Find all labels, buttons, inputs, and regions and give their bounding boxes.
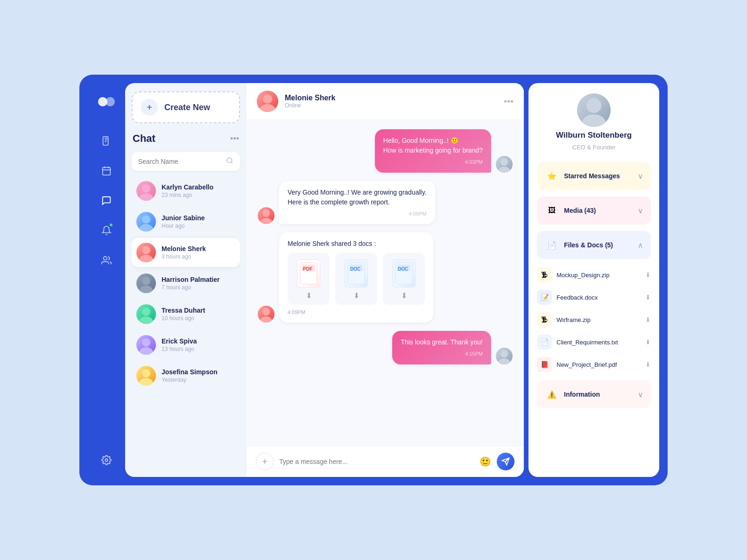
bubble-text-1: Hello, Good Morning..! 🙂 How is marketin… (383, 136, 483, 155)
search-input[interactable] (138, 158, 222, 165)
profile-avatar (577, 93, 611, 127)
message-text-input[interactable] (279, 458, 474, 465)
chat-info-karlyn: Karlyn Carabello 23 mins ago (162, 183, 235, 198)
chat-topbar-avatar (257, 91, 278, 112)
msg-avatar-sent-2 (496, 348, 513, 364)
chat-info-erick: Erick Spiva 13 hours ago (162, 337, 235, 352)
chat-name-karlyn: Karlyn Carabello (162, 183, 235, 191)
svg-point-11 (142, 246, 150, 254)
right-panel: Wilburn Stoltenberg CEO & Founder ⭐ Star… (529, 83, 659, 477)
notification-nav-icon[interactable] (98, 222, 115, 239)
file-row-1: 📝 Feedback.docx ⬇ (537, 288, 651, 307)
chat-info-harrison: Harrison Palmatier 7 hours ago (162, 276, 235, 291)
search-icon[interactable] (226, 157, 233, 166)
svg-point-22 (260, 104, 275, 112)
file-name-feedback: Feedback.docx (557, 294, 641, 301)
chat-title: Chat (133, 133, 155, 145)
chat-header: Chat ••• (132, 131, 240, 147)
file-icon-client: 📄 (537, 335, 552, 350)
svg-point-18 (139, 347, 153, 355)
doc-card-doc1: DOC ⬇ (335, 253, 377, 305)
file-download-feedback[interactable]: ⬇ (645, 294, 651, 301)
doc-download-doc1[interactable]: ⬇ (353, 291, 359, 300)
create-new-icon: + (141, 99, 158, 116)
bubble-time-1: 4:03PM (383, 158, 483, 166)
chat-list: Karlyn Carabello 23 mins ago Junior Sabi… (132, 176, 240, 390)
calendar-nav-icon[interactable] (98, 162, 115, 179)
chat-main: Melonie Sherk Online ••• Hello, Good Mor… (247, 83, 524, 477)
chat-topbar: Melonie Sherk Online ••• (247, 83, 524, 120)
doc-icon-pdf: PDF (297, 259, 320, 287)
emoji-button[interactable]: 🙂 (479, 456, 491, 467)
profile-section: Wilburn Stoltenberg CEO & Founder (537, 93, 651, 155)
chat-nav-icon[interactable] (98, 192, 115, 209)
media-chevron: ∨ (638, 206, 643, 215)
information-card[interactable]: ⚠️ Information ∨ (537, 380, 651, 408)
profile-role: CEO & Founder (572, 144, 616, 151)
file-icon-brief: 📕 (537, 357, 552, 372)
svg-text:DOC: DOC (398, 266, 408, 272)
doc-icon-doc2: DOC (392, 259, 416, 287)
svg-point-25 (262, 210, 270, 217)
shared-docs-time: 4:09PM (288, 309, 425, 315)
file-icon-mockup: 🗜 (537, 267, 552, 282)
chat-contact-status: Online (285, 102, 335, 109)
chat-info-tressa: Tressa Duhart 10 hours ago (162, 307, 235, 322)
files-docs-chevron: ∧ (638, 241, 643, 250)
chat-item-erick[interactable]: Erick Spiva 13 hours ago (132, 330, 240, 359)
chat-item-karlyn[interactable]: Karlyn Carabello 23 mins ago (132, 176, 240, 205)
notification-dot (109, 223, 113, 227)
file-download-client[interactable]: ⬇ (645, 338, 651, 346)
chat-item-tressa[interactable]: Tressa Duhart 10 hours ago (132, 300, 240, 329)
svg-point-13 (142, 277, 150, 285)
starred-messages-card[interactable]: ⭐ Starred Messages ∨ (537, 162, 651, 190)
bubble-sent-2: This looks great. Thank you! 4:15PM (392, 331, 491, 364)
bubble-recv-1: Very Good Morning..! We are growing grad… (279, 181, 435, 224)
chat-name-tressa: Tressa Duhart (162, 307, 235, 314)
avatar-tressa (136, 304, 156, 324)
starred-messages-left: ⭐ Starred Messages (544, 168, 620, 183)
files-docs-left: 📄 Files & Docs (5) (544, 238, 613, 252)
chat-name-josefina: Josefina Simpson (162, 368, 235, 376)
chat-item-melonie[interactable]: Melonie Sherk 3 hours ago (132, 238, 240, 267)
doc-download-pdf[interactable]: ⬇ (306, 291, 312, 300)
file-row-4: 📕 New_Project_Brief.pdf ⬇ (537, 355, 651, 374)
file-download-brief[interactable]: ⬇ (645, 361, 651, 368)
sidebar (88, 83, 125, 477)
file-download-mockup[interactable]: ⬇ (645, 271, 651, 279)
chat-item-junior[interactable]: Junior Sabine Hour ago (132, 207, 240, 236)
file-download-wirframe[interactable]: ⬇ (645, 316, 651, 323)
svg-point-15 (142, 308, 150, 316)
doc-download-doc2[interactable]: ⬇ (401, 291, 407, 300)
chat-name-erick: Erick Spiva (162, 337, 235, 345)
chat-more-icon[interactable]: ••• (230, 134, 239, 144)
avatar-josefina (136, 366, 156, 385)
settings-nav-icon[interactable] (98, 452, 115, 469)
svg-point-6 (227, 158, 232, 163)
file-row-3: 📄 Client_Requirments.txt ⬇ (537, 333, 651, 351)
chat-item-josefina[interactable]: Josefina Simpson Yesterday (132, 361, 240, 390)
chat-item-harrison[interactable]: Harrison Palmatier 7 hours ago (132, 269, 240, 298)
media-label: Media (43) (564, 207, 596, 214)
send-button[interactable] (497, 453, 514, 470)
chat-time-tressa: 10 hours ago (162, 315, 235, 322)
starred-messages-label: Starred Messages (564, 172, 620, 180)
file-row-0: 🗜 Mockup_Design.zip ⬇ (537, 266, 651, 284)
create-new-button[interactable]: + Create New (132, 91, 240, 123)
doc-card-pdf: PDF ⬇ (288, 253, 330, 305)
doc-icon-doc1: DOC (345, 259, 368, 287)
media-card[interactable]: 🖼 Media (43) ∨ (537, 196, 651, 224)
files-list: 🗜 Mockup_Design.zip ⬇ 📝 Feedback.docx ⬇ … (537, 266, 651, 374)
file-name-wirframe: Wirframe.zip (557, 316, 641, 323)
svg-point-42 (586, 98, 601, 113)
svg-point-19 (142, 369, 150, 378)
files-docs-card[interactable]: 📄 Files & Docs (5) ∧ (537, 231, 651, 259)
msg-avatar-recv-2 (258, 306, 275, 322)
group-nav-icon[interactable] (98, 252, 115, 269)
document-nav-icon[interactable] (98, 133, 115, 149)
chat-time-melonie: 3 hours ago (162, 253, 235, 260)
chat-time-junior: Hour ago (162, 223, 235, 229)
chat-options-button[interactable]: ••• (504, 96, 514, 107)
message-attach-button[interactable]: + (256, 453, 274, 470)
svg-text:PDF: PDF (303, 266, 312, 272)
